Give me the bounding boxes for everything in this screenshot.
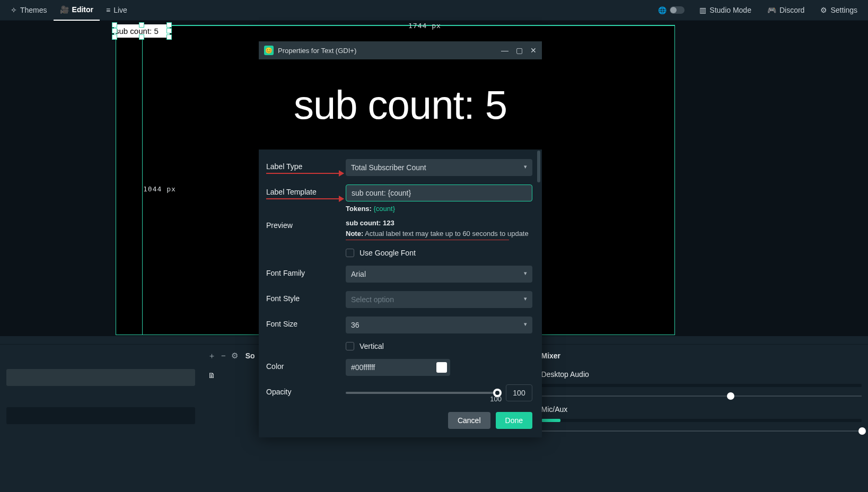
chevron-down-icon: ▾ <box>524 270 527 277</box>
dialog-body: Label Type Total Subscriber Count ▾ Labe… <box>259 150 542 407</box>
font-style-select[interactable]: Select option ▾ <box>346 291 532 308</box>
scene-item[interactable] <box>6 407 195 424</box>
preview-value: sub count: 123 <box>346 218 532 229</box>
tokens-value: {count} <box>374 205 396 213</box>
camera-icon: 🎥 <box>60 5 69 14</box>
canvas-height-label: 1044 px <box>143 185 176 193</box>
nav-settings-label: Settings <box>830 6 857 14</box>
globe-icon: 🌐 <box>658 6 667 14</box>
resize-handle-ne[interactable] <box>166 22 172 28</box>
maximize-button[interactable]: ▢ <box>516 46 523 55</box>
properties-dialog: 😊 Properties for Text (GDI+) — ▢ ✕ sub c… <box>259 41 542 437</box>
mixer-ch1-label: Desktop Audio <box>541 370 862 379</box>
color-input[interactable]: #00ffffff <box>346 359 450 376</box>
dialog-preview-panel: sub count: 5 <box>259 59 542 150</box>
nav-editor-label: Editor <box>72 5 93 14</box>
font-family-label: Font Family <box>266 266 346 277</box>
wand-icon: ✧ <box>11 6 17 14</box>
cancel-button[interactable]: Cancel <box>448 412 490 429</box>
nav-editor[interactable]: 🎥 Editor <box>54 0 100 21</box>
mixer-panel: Mixer Desktop Audio Mic/Aux <box>535 344 869 492</box>
live-icon: ≡ <box>106 6 110 14</box>
nav-discord[interactable]: 🎮 Discord <box>761 0 811 21</box>
font-style-placeholder: Select option <box>351 295 394 304</box>
close-button[interactable]: ✕ <box>530 46 537 55</box>
label-type-select[interactable]: Total Subscriber Count ▾ <box>346 159 532 176</box>
font-style-label: Font Style <box>266 291 346 303</box>
mixer-ch2-label: Mic/Aux <box>541 405 862 414</box>
mixer-ch2-thumb[interactable] <box>858 427 866 435</box>
google-font-label: Use Google Font <box>360 249 416 257</box>
font-size-select[interactable]: 36 ▾ <box>346 317 532 333</box>
label-template-input[interactable]: sub count: {count} <box>346 184 532 201</box>
mixer-ch1-thumb[interactable] <box>727 392 734 400</box>
nav-themes[interactable]: ✧ Themes <box>4 0 54 21</box>
dialog-title: Properties for Text (GDI+) <box>278 47 356 55</box>
resize-handle-w[interactable] <box>112 28 117 33</box>
nav-live-label: Live <box>113 6 127 14</box>
font-size-label: Font Size <box>266 317 346 328</box>
chevron-down-icon: ▾ <box>524 295 527 302</box>
google-font-checkbox[interactable] <box>346 249 354 257</box>
font-size-value: 36 <box>351 321 360 329</box>
resize-handle-e[interactable] <box>166 28 172 33</box>
chevron-down-icon: ▾ <box>524 321 527 328</box>
resize-handle-s[interactable] <box>139 34 144 40</box>
done-button[interactable]: Done <box>496 412 532 429</box>
annotation-arrow-1 <box>266 173 344 174</box>
vertical-label: Vertical <box>360 342 384 350</box>
scene-item[interactable] <box>6 369 195 386</box>
tokens-prefix: Tokens: <box>346 205 372 213</box>
app-icon: 😊 <box>264 46 274 55</box>
label-template-label: Label Template <box>266 184 346 196</box>
mixer-ch2-volume[interactable] <box>541 430 862 432</box>
gear-icon: ⚙ <box>820 6 827 14</box>
mixer-ch2-meter <box>541 419 862 422</box>
mixer-ch1-volume[interactable] <box>541 396 862 397</box>
dialog-titlebar[interactable]: 😊 Properties for Text (GDI+) — ▢ ✕ <box>259 41 542 59</box>
nav-studio-mode[interactable]: ▥ Studio Mode <box>693 0 758 21</box>
sources-title: So <box>246 352 255 360</box>
source-settings-button[interactable]: ⚙ <box>231 351 238 361</box>
columns-icon: ▥ <box>699 6 706 14</box>
toggle-pill[interactable] <box>670 6 685 14</box>
resize-handle-sw[interactable] <box>112 34 117 40</box>
dialog-scrollbar[interactable] <box>537 151 540 182</box>
ruler-vertical <box>142 25 143 335</box>
preview-label: Preview <box>266 218 346 230</box>
label-type-label: Label Type <box>266 159 346 171</box>
chevron-down-icon: ▾ <box>524 163 527 170</box>
nav-settings[interactable]: ⚙ Settings <box>814 0 864 21</box>
file-icon: 🗎 <box>208 371 215 380</box>
opacity-value-input[interactable]: 100 <box>506 384 532 401</box>
opacity-label: Opacity <box>266 384 346 396</box>
unknown-toggle[interactable]: 🌐 <box>658 6 685 14</box>
resize-handle-n[interactable] <box>139 22 144 28</box>
note-text: Actual label text may take up to 60 seco… <box>363 230 528 238</box>
opacity-value-text: 100 <box>513 389 525 397</box>
font-family-select[interactable]: Arial ▾ <box>346 266 532 283</box>
ruler-horizontal <box>116 25 675 26</box>
nav-live[interactable]: ≡ Live <box>100 0 134 21</box>
remove-source-button[interactable]: − <box>221 351 226 361</box>
annotation-arrow-2 <box>266 198 344 199</box>
nav-themes-label: Themes <box>20 6 47 14</box>
resize-handle-nw[interactable] <box>112 22 117 28</box>
color-value: #00ffffff <box>351 363 432 372</box>
nav-discord-label: Discord <box>779 6 804 14</box>
minimize-button[interactable]: — <box>501 46 508 55</box>
opacity-slider[interactable] <box>346 392 501 394</box>
note-prefix: Note: <box>346 230 363 238</box>
canvas-width-label: 1744 px <box>408 22 441 30</box>
vertical-checkbox[interactable] <box>346 342 354 350</box>
discord-icon: 🎮 <box>767 6 776 14</box>
add-source-button[interactable]: ＋ <box>208 351 216 361</box>
opacity-max-label: 100 <box>490 395 502 403</box>
scenes-panel <box>0 344 201 492</box>
dialog-footer: Cancel Done <box>259 407 542 437</box>
resize-handle-se[interactable] <box>166 34 172 40</box>
annotation-underline <box>346 240 509 240</box>
label-type-value: Total Subscriber Count <box>351 163 426 172</box>
color-swatch[interactable] <box>436 362 447 373</box>
color-label: Color <box>266 359 346 371</box>
